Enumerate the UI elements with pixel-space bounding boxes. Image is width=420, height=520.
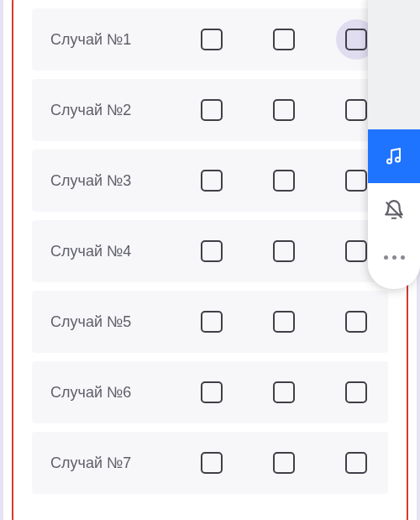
table-row: Случай №3 bbox=[32, 150, 388, 212]
row-label: Случай №4 bbox=[50, 241, 143, 261]
checkbox[interactable] bbox=[200, 239, 223, 263]
checkbox[interactable] bbox=[272, 239, 296, 263]
checkbox[interactable] bbox=[272, 310, 296, 334]
row-checks bbox=[143, 98, 373, 122]
table-row: Случай №1 bbox=[32, 8, 388, 71]
row-label: Случай №3 bbox=[50, 171, 143, 191]
bell-off-icon bbox=[383, 199, 405, 221]
checkbox[interactable] bbox=[272, 451, 296, 475]
row-checks bbox=[143, 28, 373, 51]
row-label: Случай №6 bbox=[50, 382, 143, 402]
volume-slider[interactable] bbox=[368, 0, 420, 129]
checkbox[interactable] bbox=[272, 381, 296, 404]
checkbox[interactable] bbox=[200, 451, 223, 475]
row-label: Случай №1 bbox=[50, 29, 143, 50]
row-checks bbox=[143, 310, 373, 334]
checkbox[interactable] bbox=[344, 239, 368, 263]
music-button[interactable] bbox=[368, 129, 420, 183]
mute-button[interactable] bbox=[368, 183, 420, 237]
checkbox[interactable] bbox=[200, 98, 223, 122]
checkbox[interactable] bbox=[200, 28, 223, 51]
svg-point-0 bbox=[387, 160, 391, 164]
checkbox[interactable] bbox=[344, 381, 368, 404]
row-label: Случай №7 bbox=[50, 453, 143, 473]
checkbox[interactable] bbox=[200, 169, 223, 192]
svg-point-1 bbox=[396, 158, 400, 162]
checkbox[interactable] bbox=[344, 451, 368, 475]
table-row: Случай №4 bbox=[32, 220, 388, 282]
app-frame: Случай №1 Случай №2 Случай №3 bbox=[0, 0, 420, 520]
checkbox[interactable] bbox=[272, 28, 296, 51]
table-row: Случай №6 bbox=[32, 361, 388, 423]
checkbox[interactable] bbox=[344, 98, 368, 122]
row-label: Случай №5 bbox=[50, 312, 143, 332]
more-button[interactable] bbox=[368, 237, 420, 277]
more-icon bbox=[384, 255, 405, 260]
checkbox[interactable] bbox=[272, 169, 296, 192]
row-label: Случай №2 bbox=[50, 100, 143, 120]
table-row: Случай №5 bbox=[32, 291, 388, 353]
checkbox[interactable] bbox=[344, 310, 368, 334]
checkbox[interactable] bbox=[344, 169, 368, 192]
row-checks bbox=[143, 169, 373, 192]
table-row: Случай №7 bbox=[32, 432, 388, 494]
table-row: Случай №2 bbox=[32, 79, 388, 141]
checkbox[interactable] bbox=[272, 98, 296, 122]
row-checks bbox=[143, 381, 373, 404]
checkbox-table: Случай №1 Случай №2 Случай №3 bbox=[15, 0, 405, 520]
checkbox[interactable] bbox=[200, 310, 223, 334]
checkbox[interactable] bbox=[200, 381, 223, 404]
row-checks bbox=[143, 239, 373, 263]
row-checks bbox=[143, 451, 373, 475]
music-icon bbox=[384, 146, 404, 166]
volume-panel bbox=[368, 0, 420, 289]
checkbox[interactable] bbox=[344, 28, 368, 51]
